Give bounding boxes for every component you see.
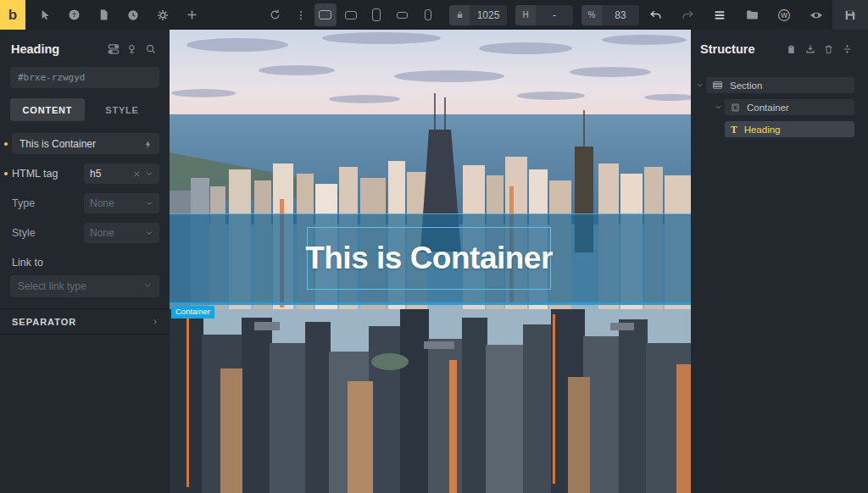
- more-options-icon[interactable]: [292, 4, 311, 26]
- container-icon: [731, 102, 740, 113]
- style-select[interactable]: None: [84, 223, 159, 243]
- canvas-zoom-value[interactable]: 83: [609, 9, 632, 21]
- html-tag-value: h5: [90, 168, 133, 180]
- panel-title: Heading: [11, 42, 103, 56]
- type-select[interactable]: None: [84, 193, 159, 213]
- mobile-portrait-icon: [425, 9, 431, 20]
- canvas-width-input[interactable]: 1025: [449, 5, 507, 25]
- zoom-chip: %: [581, 5, 602, 25]
- settings-panel-header: Heading: [0, 30, 170, 65]
- breakpoint-tablet-portrait-button[interactable]: [365, 3, 387, 26]
- tree-item-label: Heading: [744, 125, 781, 135]
- redo-icon[interactable]: [676, 4, 698, 26]
- mobile-landscape-icon: [397, 12, 408, 19]
- states-toggle-icon[interactable]: [105, 42, 122, 57]
- tree-item-container[interactable]: Container: [725, 99, 854, 115]
- canvas-height-input[interactable]: H -: [515, 5, 573, 25]
- svg-text:W: W: [781, 11, 788, 19]
- breakpoint-desktop-button[interactable]: [314, 3, 337, 26]
- interactions-icon[interactable]: [124, 42, 141, 57]
- main-area: Heading CONTENT STYLE: [0, 30, 868, 493]
- refresh-icon[interactable]: [265, 4, 285, 26]
- add-element-icon[interactable]: [183, 4, 203, 26]
- element-id-input[interactable]: [10, 67, 159, 88]
- clear-icon[interactable]: [133, 170, 141, 178]
- tree-item-section[interactable]: Section: [706, 77, 854, 93]
- breakpoint-tablet-landscape-button[interactable]: [340, 3, 362, 26]
- chevron-down-icon: [145, 229, 153, 237]
- section-icon: [712, 80, 723, 90]
- chevron-down-icon: [143, 280, 152, 292]
- tree-item-label: Container: [747, 102, 789, 113]
- element-list-icon[interactable]: [709, 4, 731, 26]
- paste-icon[interactable]: [782, 42, 800, 57]
- chevron-right-icon: [151, 318, 159, 326]
- svg-text:?: ?: [72, 11, 76, 19]
- templates-folder-icon[interactable]: [741, 4, 763, 26]
- save-icon: [843, 8, 857, 22]
- separator-section-header[interactable]: SEPARATOR: [0, 309, 170, 334]
- link-type-select[interactable]: Select link type: [10, 275, 159, 297]
- select-element-icon[interactable]: [36, 4, 55, 26]
- delete-icon[interactable]: [820, 42, 837, 57]
- separator-label: SEPARATOR: [12, 317, 76, 327]
- chevron-down-icon: [145, 199, 153, 208]
- tree-row-section: Section: [693, 77, 854, 93]
- tree-item-label: Section: [730, 80, 762, 91]
- style-value: None: [90, 227, 145, 239]
- preview-eye-icon[interactable]: [805, 4, 827, 26]
- heading-element-selection[interactable]: This is Container: [307, 227, 551, 290]
- help-icon[interactable]: ?: [65, 4, 85, 26]
- canvas-width-value[interactable]: 1025: [476, 9, 500, 21]
- html-tag-row: HTML tag h5: [12, 163, 159, 184]
- chevron-down-icon[interactable]: [693, 81, 706, 89]
- structure-tree: Section Container: [691, 65, 868, 137]
- structure-title: Structure: [700, 42, 782, 56]
- link-type-placeholder: Select link type: [18, 280, 143, 292]
- canvas-heading-text[interactable]: This is Container: [305, 241, 553, 276]
- style-label: Style: [12, 227, 84, 239]
- structure-header: Structure: [691, 30, 868, 65]
- html-tag-select[interactable]: h5: [84, 163, 159, 184]
- type-row: Type None: [12, 193, 159, 213]
- heading-text-input[interactable]: [12, 133, 159, 154]
- import-icon[interactable]: [801, 42, 819, 57]
- tab-style[interactable]: STYLE: [85, 98, 159, 121]
- element-settings-panel: Heading CONTENT STYLE: [0, 30, 170, 493]
- container-label-badge[interactable]: Container: [171, 306, 214, 319]
- canvas-height-value[interactable]: -: [542, 9, 566, 21]
- breakpoint-mobile-portrait-button[interactable]: [417, 3, 439, 26]
- save-button[interactable]: [832, 0, 868, 30]
- history-icon[interactable]: [124, 4, 143, 26]
- breakpoint-mobile-landscape-button[interactable]: [392, 3, 414, 26]
- dynamic-data-icon[interactable]: [143, 138, 153, 153]
- height-chip: H: [515, 5, 536, 25]
- panel-tabs: CONTENT STYLE: [10, 98, 159, 121]
- wordpress-icon[interactable]: W: [773, 4, 795, 26]
- type-label: Type: [12, 197, 84, 209]
- structure-panel: Structure: [691, 30, 868, 493]
- canvas-zoom-input[interactable]: % 83: [581, 5, 639, 25]
- panel-divider: [0, 334, 170, 335]
- tree-item-heading[interactable]: T Heading: [725, 121, 854, 137]
- desktop-icon: [319, 10, 331, 19]
- undo-icon[interactable]: [644, 4, 666, 26]
- modified-indicator: [4, 142, 8, 146]
- chevron-down-icon: [145, 169, 153, 178]
- search-icon[interactable]: [142, 42, 159, 57]
- bricks-logo[interactable]: b: [0, 0, 25, 30]
- settings-gear-icon[interactable]: [153, 4, 173, 26]
- lock-icon[interactable]: [449, 5, 470, 25]
- canvas[interactable]: This is Container Container: [170, 30, 691, 493]
- collapse-all-icon[interactable]: [838, 42, 856, 57]
- page-settings-icon[interactable]: [94, 4, 114, 26]
- tree-row-container: Container: [693, 99, 854, 115]
- heading-text-row: [12, 133, 159, 154]
- tab-content[interactable]: CONTENT: [10, 98, 85, 121]
- tablet-landscape-icon: [345, 11, 357, 19]
- chevron-down-icon[interactable]: [712, 103, 725, 111]
- html-tag-label: HTML tag: [12, 168, 84, 180]
- link-to-label: Link to: [12, 257, 159, 269]
- tree-row-heading: T Heading: [693, 121, 854, 137]
- toolbar-right-group: W: [639, 0, 868, 30]
